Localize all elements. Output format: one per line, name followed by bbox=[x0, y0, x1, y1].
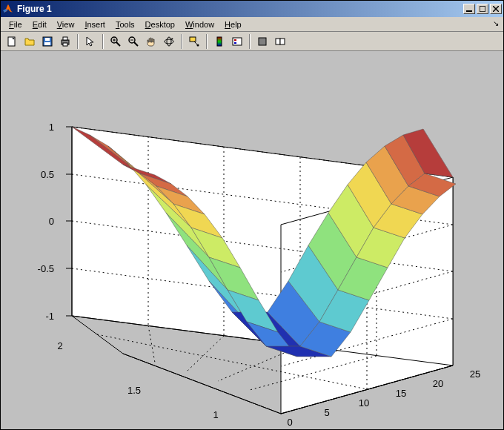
svg-rect-21 bbox=[233, 38, 242, 45]
rotate-button[interactable] bbox=[161, 33, 177, 50]
colorbar-button[interactable] bbox=[211, 33, 228, 50]
pan-button[interactable] bbox=[143, 33, 159, 50]
svg-text:20: 20 bbox=[433, 378, 443, 389]
matlab-icon bbox=[2, 3, 14, 15]
svg-point-19 bbox=[197, 44, 199, 46]
svg-point-16 bbox=[165, 39, 173, 44]
svg-rect-8 bbox=[63, 43, 67, 46]
data-cursor-icon bbox=[188, 36, 200, 47]
dock-button[interactable] bbox=[272, 33, 288, 50]
minimize-button[interactable] bbox=[463, 4, 475, 14]
svg-rect-20 bbox=[217, 37, 222, 46]
svg-line-14 bbox=[134, 42, 138, 46]
maximize-button[interactable] bbox=[477, 4, 488, 14]
svg-rect-0 bbox=[466, 10, 472, 12]
legend-button[interactable] bbox=[229, 33, 245, 50]
menu-tools[interactable]: Tools bbox=[110, 19, 140, 30]
svg-rect-5 bbox=[45, 38, 50, 41]
save-button[interactable] bbox=[39, 33, 56, 50]
print-icon bbox=[59, 36, 71, 47]
zoom-out-button[interactable] bbox=[125, 33, 142, 50]
zoom-out-icon bbox=[127, 36, 139, 47]
svg-text:25: 25 bbox=[470, 368, 480, 380]
save-icon bbox=[42, 36, 53, 47]
new-file-icon bbox=[6, 36, 18, 47]
menu-insert[interactable]: Insert bbox=[79, 19, 110, 30]
pan-icon bbox=[145, 36, 157, 47]
data-cursor-button[interactable] bbox=[186, 33, 202, 50]
svg-text:0.5: 0.5 bbox=[41, 169, 54, 180]
svg-text:1: 1 bbox=[213, 409, 218, 420]
svg-line-10 bbox=[116, 42, 120, 46]
menu-window[interactable]: Window bbox=[180, 19, 219, 30]
figure-window: Figure 1 File Edit View Insert Tools Des… bbox=[0, 0, 504, 430]
svg-text:0: 0 bbox=[49, 216, 54, 227]
svg-text:0: 0 bbox=[287, 417, 292, 428]
dock-icon bbox=[274, 36, 286, 47]
menu-view[interactable]: View bbox=[52, 19, 80, 30]
svg-point-17 bbox=[167, 37, 171, 46]
svg-rect-26 bbox=[280, 39, 285, 44]
svg-text:15: 15 bbox=[396, 388, 406, 399]
close-button[interactable] bbox=[490, 4, 502, 14]
window-title: Figure 1 bbox=[17, 4, 462, 14]
toolbar bbox=[1, 32, 503, 51]
z-ticks: -1 -0.5 0 0.5 1 bbox=[38, 122, 54, 322]
toolbar-separator bbox=[206, 34, 208, 49]
svg-text:10: 10 bbox=[359, 397, 369, 408]
print-button[interactable] bbox=[57, 33, 73, 50]
legend-icon bbox=[231, 36, 243, 47]
hide-tools-icon bbox=[256, 36, 268, 47]
rotate-3d-icon bbox=[163, 36, 175, 47]
toolbar-separator bbox=[77, 34, 79, 49]
svg-text:1.5: 1.5 bbox=[127, 385, 141, 396]
surface-plot: -1 -0.5 0 0.5 1 1 1.5 2 0 5 10 15 20 25 bbox=[1, 51, 503, 429]
svg-text:5: 5 bbox=[324, 407, 329, 418]
titlebar[interactable]: Figure 1 bbox=[1, 1, 503, 17]
menu-edit[interactable]: Edit bbox=[27, 19, 52, 30]
menu-file[interactable]: File bbox=[4, 19, 27, 30]
zoom-in-button[interactable] bbox=[107, 33, 124, 50]
pointer-icon bbox=[84, 36, 96, 47]
svg-rect-1 bbox=[480, 6, 485, 12]
svg-rect-24 bbox=[259, 38, 266, 45]
open-button[interactable] bbox=[21, 33, 38, 50]
svg-rect-4 bbox=[44, 42, 50, 45]
toolbar-separator bbox=[102, 34, 104, 49]
svg-text:2: 2 bbox=[57, 340, 62, 351]
axes-area[interactable]: -1 -0.5 0 0.5 1 1 1.5 2 0 5 10 15 20 25 bbox=[1, 51, 503, 429]
menu-toggle-icon[interactable]: ↘ bbox=[493, 19, 499, 27]
svg-text:1: 1 bbox=[49, 122, 54, 133]
colorbar-icon bbox=[213, 36, 225, 47]
svg-text:-0.5: -0.5 bbox=[38, 263, 54, 274]
menu-help[interactable]: Help bbox=[219, 19, 247, 30]
toolbar-separator bbox=[249, 34, 251, 49]
pointer-button[interactable] bbox=[82, 33, 99, 50]
svg-text:-1: -1 bbox=[45, 311, 54, 322]
menu-desktop[interactable]: Desktop bbox=[140, 19, 180, 30]
toolbar-separator bbox=[181, 34, 182, 49]
svg-rect-7 bbox=[63, 37, 67, 40]
new-figure-button[interactable] bbox=[4, 33, 20, 50]
svg-rect-25 bbox=[276, 39, 280, 44]
hide-tools-button[interactable] bbox=[254, 33, 271, 50]
menubar: File Edit View Insert Tools Desktop Wind… bbox=[1, 17, 503, 32]
zoom-in-icon bbox=[110, 36, 122, 47]
open-folder-icon bbox=[24, 36, 36, 47]
svg-rect-18 bbox=[190, 37, 196, 42]
